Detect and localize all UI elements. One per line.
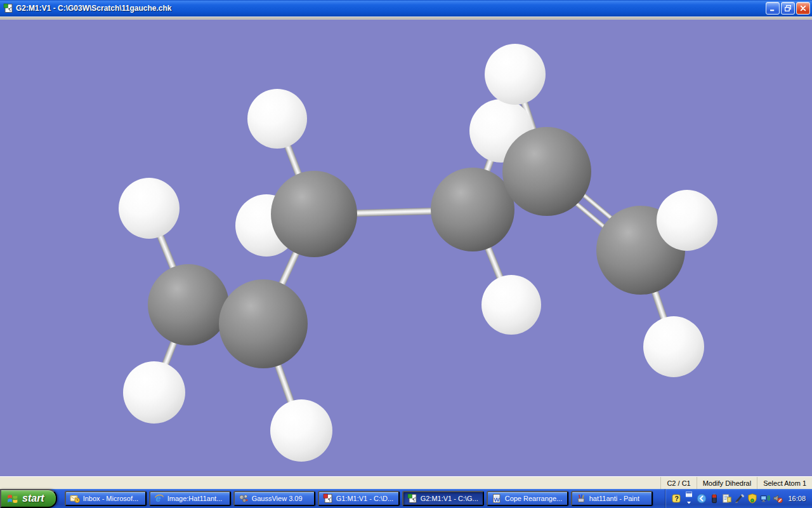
atom-C4[interactable] <box>271 171 357 257</box>
system-tray: ? 16:08 <box>665 489 812 508</box>
taskbar-item-hat11anti-paint[interactable]: hat11anti - Paint <box>571 491 653 506</box>
notes-icon[interactable] <box>721 493 732 504</box>
pen-icon[interactable] <box>734 493 745 504</box>
taskbar-item-image-hat11ant[interactable]: eImage:Hat11ant... <box>149 491 231 506</box>
battery-icon[interactable] <box>709 493 719 504</box>
start-button[interactable]: start <box>0 489 57 508</box>
network-icon[interactable] <box>759 493 770 504</box>
taskbar-item-g2-view[interactable]: G2:M1:V1 - C:\G... <box>402 491 484 506</box>
status-field-prompt: Select Atom 1 <box>757 477 812 489</box>
close-button[interactable] <box>796 2 810 15</box>
tray-icons: ? <box>671 493 783 504</box>
gaussview-icon <box>239 493 249 504</box>
taskbar-item-g1-view[interactable]: G1:M1:V1 - C:\D... <box>318 491 400 506</box>
hide-icons-chevron-icon[interactable] <box>696 493 707 504</box>
taskbar-item-label: G2:M1:V1 - C:\G... <box>421 495 478 502</box>
status-field-atom-pair: C2 / C1 <box>660 477 696 489</box>
taskbar-item-label: Image:Hat11ant... <box>167 495 223 502</box>
atom-H9[interactable] <box>657 190 717 251</box>
atom-H8[interactable] <box>485 44 546 105</box>
atom-C6[interactable] <box>148 264 229 345</box>
atom-H6[interactable] <box>481 275 541 335</box>
windows-flag-icon <box>6 492 19 505</box>
word-doc-icon: W <box>492 493 502 504</box>
tray-clock[interactable]: 16:08 <box>788 495 806 502</box>
paint-icon <box>576 493 586 504</box>
taskbar-items: Inbox - Microsof...eImage:Hat11ant...Gau… <box>65 491 663 506</box>
taskbar: start Inbox - Microsof...eImage:Hat11ant… <box>0 489 812 508</box>
outlook-icon <box>70 493 80 504</box>
atom-H4[interactable] <box>247 89 307 149</box>
taskbar-item-label: GaussView 3.09 <box>252 495 303 502</box>
taskbar-item-gaussview[interactable]: GaussView 3.09 <box>233 491 315 506</box>
gauss-doc-red-icon <box>323 493 333 504</box>
gauss-doc-green-icon <box>407 493 417 504</box>
atom-H10[interactable] <box>643 316 704 377</box>
taskbar-item-label: hat11anti - Paint <box>589 495 639 502</box>
atom-H1[interactable] <box>119 178 180 239</box>
minimize-button[interactable] <box>766 2 780 15</box>
atom-C5[interactable] <box>219 279 308 368</box>
atom-C2[interactable] <box>502 127 591 216</box>
volume-mute-icon[interactable] <box>772 493 783 504</box>
taskbar-item-label: Cope Rearrange... <box>505 495 563 502</box>
restore-button[interactable] <box>781 2 795 15</box>
taskbar-item-label: Inbox - Microsof... <box>83 495 138 502</box>
svg-text:?: ? <box>674 495 678 502</box>
atom-H3[interactable] <box>270 399 332 462</box>
gaussview-document-icon <box>3 3 13 13</box>
desktop-mini-icon[interactable] <box>683 493 694 504</box>
title-bar[interactable]: G2:M1:V1 - C:\G03W\Scratch\11gauche.chk <box>0 0 812 17</box>
status-bar: C2 / C1 Modify Dihedral Select Atom 1 <box>0 476 812 489</box>
atom-C3[interactable] <box>431 168 514 251</box>
taskbar-item-label: G1:M1:V1 - C:\D... <box>336 495 393 502</box>
ie-icon: e <box>154 493 164 504</box>
start-button-label: start <box>22 493 44 504</box>
taskbar-item-cope-rearrange[interactable]: WCope Rearrange... <box>487 491 568 506</box>
status-field-mode: Modify Dihedral <box>697 477 757 489</box>
window-title: G2:M1:V1 - C:\G03W\Scratch\11gauche.chk <box>16 4 766 13</box>
svg-text:W: W <box>494 496 499 503</box>
molecule-viewport[interactable] <box>0 20 812 476</box>
shield-icon[interactable] <box>747 493 757 504</box>
atom-H2[interactable] <box>123 361 185 424</box>
gaussview-window: G2:M1:V1 - C:\G03W\Scratch\11gauche.chk … <box>0 0 812 508</box>
help-icon[interactable]: ? <box>671 493 681 504</box>
taskbar-item-inbox-outlook[interactable]: Inbox - Microsof... <box>65 491 147 506</box>
